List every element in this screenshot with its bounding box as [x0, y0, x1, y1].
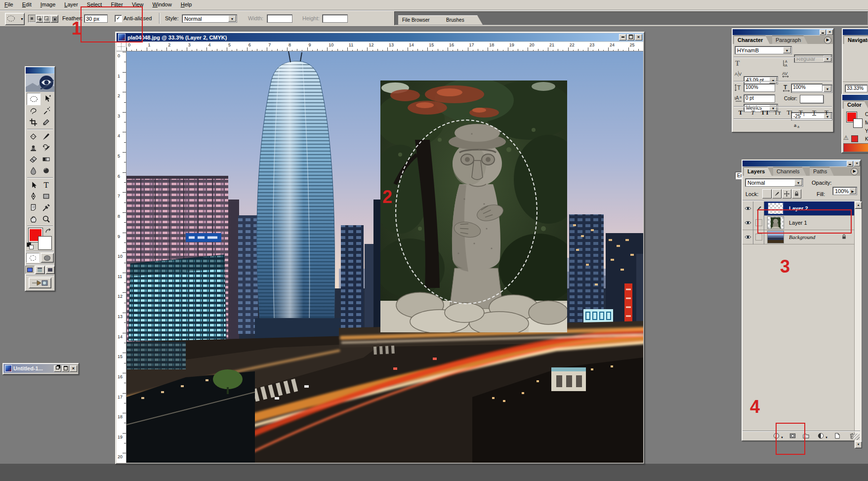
baseline-shift-field[interactable]: 0 pt [744, 94, 775, 103]
gamut-warning-icon[interactable]: ⚠ [843, 134, 849, 141]
tool-move-icon[interactable] [41, 93, 53, 104]
toolbox-title-bar[interactable] [26, 67, 54, 74]
tool-type-icon[interactable]: T [40, 179, 52, 191]
close-button[interactable]: × [635, 34, 642, 40]
all-caps-button[interactable]: TT [760, 109, 770, 118]
quick-mask-mode-button[interactable] [41, 253, 54, 263]
lock-transparency-button[interactable] [762, 189, 772, 199]
scroll-up-button[interactable]: ▲ [855, 201, 862, 209]
menu-edit[interactable]: Edit [18, 0, 36, 8]
tool-blur-icon[interactable] [27, 165, 40, 176]
tab-navigator[interactable]: Navigator [844, 36, 868, 44]
menu-help[interactable]: Help [176, 0, 197, 8]
minimize-button[interactable] [820, 30, 826, 35]
standard-mode-button[interactable] [26, 253, 40, 263]
opacity-spinner[interactable]: 100%▶ [832, 187, 857, 195]
jump-to-imageready-button[interactable] [29, 278, 51, 288]
tool-eyedropper-icon[interactable] [40, 202, 52, 213]
tab-paragraph[interactable]: Paragraph [772, 36, 808, 44]
tool-patch-icon[interactable] [27, 131, 40, 142]
chevron-down-icon[interactable]: ▼ [769, 77, 777, 83]
visibility-toggle[interactable] [743, 216, 753, 230]
chevron-down-icon[interactable]: ▼ [794, 179, 802, 186]
minimize-button[interactable] [847, 161, 853, 166]
selection-mode-intersect[interactable] [50, 15, 58, 23]
width-input[interactable] [267, 14, 292, 23]
menu-file[interactable]: File [0, 0, 18, 8]
document-title-bar[interactable]: pla04048.jpg @ 33.3% (Layer 2, CMYK) × [117, 33, 643, 41]
background-color-swatch[interactable] [39, 237, 51, 249]
tool-burn-icon[interactable] [40, 165, 52, 176]
palette-menu-button[interactable]: ▶ [851, 168, 858, 175]
slider-arrow-icon[interactable]: ▶ [849, 188, 856, 194]
vertical-scale-field[interactable]: 100% [744, 83, 775, 92]
adjustment-layer-button[interactable] [817, 432, 825, 440]
close-button[interactable]: × [70, 365, 77, 372]
tool-pen-icon[interactable] [27, 191, 40, 202]
visibility-toggle[interactable] [743, 230, 753, 244]
color-ramp[interactable] [843, 143, 868, 152]
close-button[interactable]: × [854, 161, 860, 166]
small-caps-button[interactable]: Tᴛ [773, 109, 783, 118]
layer-name[interactable]: Background [789, 234, 815, 240]
text-color-swatch[interactable] [800, 95, 824, 103]
toolbox-logo[interactable] [26, 74, 54, 92]
gamut-color-swatch[interactable] [851, 135, 858, 142]
tool-history-brush-icon[interactable] [40, 142, 52, 154]
maximize-button[interactable] [627, 34, 634, 40]
minimize-button[interactable] [619, 34, 626, 40]
tab-channels[interactable]: Channels [773, 167, 806, 176]
tab-layers[interactable]: Layers [744, 167, 772, 176]
restore-button[interactable] [54, 365, 61, 372]
selection-mode-new[interactable] [28, 15, 36, 23]
subscript-button[interactable]: T₁ [797, 109, 807, 118]
resize-grip[interactable] [853, 434, 860, 440]
tab-paths[interactable]: Paths [810, 167, 834, 176]
tool-elliptical-marquee-icon[interactable] [27, 93, 41, 105]
strikethrough-button[interactable]: Ŧ [822, 109, 831, 118]
palette-menu-button[interactable]: ▶ [824, 37, 831, 44]
faux-italic-button[interactable]: T [748, 109, 758, 118]
underline-button[interactable]: T [809, 109, 819, 118]
menu-window[interactable]: Window [148, 0, 176, 8]
menu-layer[interactable]: Layer [60, 0, 83, 8]
tool-lasso-icon[interactable] [27, 105, 40, 117]
fullscreen-menubar-button[interactable] [35, 266, 44, 274]
tool-crop-icon[interactable] [27, 117, 40, 128]
tool-gradient-icon[interactable] [40, 154, 52, 165]
tool-brush-icon[interactable] [40, 131, 52, 142]
blend-mode-combo[interactable]: Normal▼ [745, 178, 803, 187]
tab-brushes[interactable]: Brushes [442, 15, 483, 25]
tool-path-selection-icon[interactable] [27, 179, 40, 191]
tool-shape-icon[interactable] [40, 191, 52, 202]
tool-clone-stamp-icon[interactable] [27, 142, 40, 154]
chevron-down-icon[interactable]: ▼ [783, 47, 791, 53]
tab-color[interactable]: Color [844, 101, 868, 109]
superscript-button[interactable]: T¹ [785, 109, 794, 118]
faux-bold-button[interactable]: T [736, 109, 745, 118]
tool-magic-wand-icon[interactable] [40, 105, 52, 117]
lock-all-button[interactable] [792, 189, 801, 199]
navigator-title-bar[interactable] [843, 29, 868, 35]
lock-position-button[interactable] [782, 189, 791, 199]
scroll-down-button[interactable]: ▼ [855, 441, 862, 448]
layers-scrollbar[interactable]: ▲ ▼ [854, 201, 862, 448]
chevron-down-icon[interactable]: ▼ [228, 15, 236, 22]
tool-zoom-icon[interactable] [40, 213, 52, 225]
selection-mode-add[interactable] [36, 15, 43, 23]
standard-screen-button[interactable] [25, 266, 35, 274]
maximize-button[interactable] [62, 365, 69, 372]
navigator-zoom-field[interactable]: 33.33% [845, 84, 868, 92]
background-color-swatch[interactable] [853, 119, 863, 128]
default-colors-icon[interactable] [27, 242, 33, 248]
color-title-bar[interactable] [842, 95, 868, 100]
height-input[interactable] [322, 14, 348, 23]
tool-notes-icon[interactable] [27, 202, 40, 213]
font-family-combo[interactable]: HYnamB▼ [735, 46, 792, 54]
swap-colors-icon[interactable] [44, 228, 52, 235]
font-style-combo[interactable]: Regular▼ [794, 54, 832, 63]
layers-title-bar[interactable]: × [743, 160, 860, 166]
new-layer-button[interactable] [833, 432, 841, 440]
tool-slice-icon[interactable] [40, 117, 52, 128]
minimized-document-window[interactable]: Untitled-1... × [2, 363, 79, 375]
